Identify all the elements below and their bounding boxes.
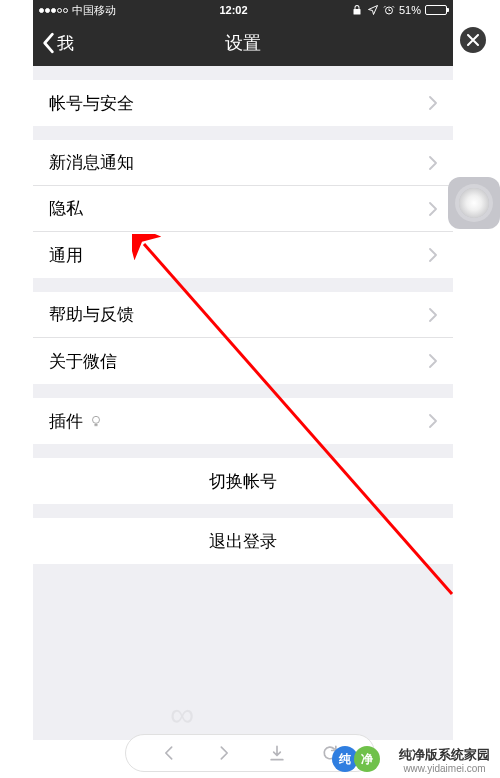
group-account: 帐号与安全 bbox=[33, 80, 453, 126]
watermark-text: 纯净版系统家园 www.yidaimei.com bbox=[399, 746, 490, 774]
group-logout: 退出登录 bbox=[33, 518, 453, 564]
nav-bar: 我 设置 bbox=[33, 20, 453, 66]
cell-about-wechat[interactable]: 关于微信 bbox=[33, 338, 453, 384]
close-button[interactable] bbox=[460, 27, 486, 53]
cell-label: 隐私 bbox=[49, 197, 83, 220]
cell-label: 帮助与反馈 bbox=[49, 303, 134, 326]
cell-label: 退出登录 bbox=[209, 530, 277, 553]
toolbar-download-button[interactable] bbox=[267, 743, 287, 763]
chevron-right-icon bbox=[429, 414, 437, 428]
battery-icon bbox=[425, 5, 447, 15]
group-prefs: 新消息通知 隐私 通用 bbox=[33, 140, 453, 278]
watermark-logo-icon: 净 bbox=[354, 746, 380, 772]
watermark-name: 纯净版系统家园 bbox=[399, 746, 490, 764]
chevron-left-icon bbox=[41, 32, 55, 54]
cell-plugins[interactable]: 插件 bbox=[33, 398, 453, 444]
location-icon bbox=[367, 4, 379, 16]
watermark-faint: ∞ bbox=[170, 695, 194, 734]
group-switch: 切换帐号 bbox=[33, 458, 453, 504]
status-bar: 中国移动 12:02 51% bbox=[33, 0, 453, 20]
cell-label: 关于微信 bbox=[49, 350, 117, 373]
toolbar-next-button[interactable] bbox=[213, 743, 233, 763]
back-label: 我 bbox=[57, 32, 74, 55]
page-title: 设置 bbox=[33, 31, 453, 55]
cell-notifications[interactable]: 新消息通知 bbox=[33, 140, 453, 186]
chevron-right-icon bbox=[429, 156, 437, 170]
back-button[interactable]: 我 bbox=[33, 20, 82, 66]
clock-label: 12:02 bbox=[219, 4, 247, 16]
cell-label: 帐号与安全 bbox=[49, 92, 134, 115]
lock-icon bbox=[351, 4, 363, 16]
close-icon bbox=[467, 34, 479, 46]
cell-label: 新消息通知 bbox=[49, 151, 134, 174]
bulb-icon bbox=[89, 414, 103, 428]
chevron-right-icon bbox=[429, 354, 437, 368]
battery-pct-label: 51% bbox=[399, 4, 421, 16]
cell-logout[interactable]: 退出登录 bbox=[33, 518, 453, 564]
group-plugins: 插件 bbox=[33, 398, 453, 444]
phone-frame: 中国移动 12:02 51% 我 设置 帐号与安全 bbox=[33, 0, 453, 740]
svg-point-1 bbox=[93, 416, 100, 423]
chevron-right-icon bbox=[429, 308, 437, 322]
chevron-right-icon bbox=[429, 96, 437, 110]
cell-privacy[interactable]: 隐私 bbox=[33, 186, 453, 232]
chevron-right-icon bbox=[429, 248, 437, 262]
signal-icon bbox=[39, 8, 68, 13]
cell-label: 插件 bbox=[49, 410, 103, 433]
cell-general[interactable]: 通用 bbox=[33, 232, 453, 278]
cell-help-feedback[interactable]: 帮助与反馈 bbox=[33, 292, 453, 338]
assistive-touch-icon bbox=[459, 188, 489, 218]
alarm-icon bbox=[383, 4, 395, 16]
cell-label: 切换帐号 bbox=[209, 470, 277, 493]
toolbar-prev-button[interactable] bbox=[160, 743, 180, 763]
chevron-right-icon bbox=[429, 202, 437, 216]
watermark-logo: 纯 净 bbox=[332, 746, 380, 772]
cell-switch-account[interactable]: 切换帐号 bbox=[33, 458, 453, 504]
group-help: 帮助与反馈 关于微信 bbox=[33, 292, 453, 384]
cell-label: 通用 bbox=[49, 244, 83, 267]
watermark-url: www.yidaimei.com bbox=[399, 763, 490, 774]
cell-account-security[interactable]: 帐号与安全 bbox=[33, 80, 453, 126]
carrier-label: 中国移动 bbox=[72, 3, 116, 18]
assistive-touch-button[interactable] bbox=[448, 177, 500, 229]
